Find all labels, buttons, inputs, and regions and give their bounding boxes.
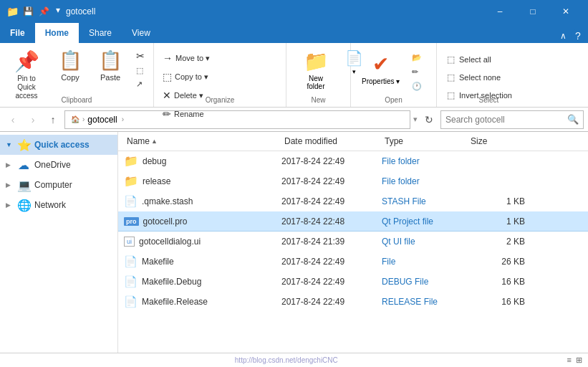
minimize-button[interactable]: – (483, 0, 516, 23)
select-group: ⬚ Select all ⬚ Select none ⬚ Invert sele… (437, 43, 541, 107)
sidebar: ▼ ⭐ Quick access ▶ ☁ OneDrive ▶ 💻 Comput… (0, 132, 118, 353)
title-controls: – □ ✕ (483, 0, 582, 23)
paste-icon: 📋 (99, 49, 122, 72)
new-folder-label: Newfolder (307, 75, 324, 90)
file-name: debug (143, 156, 166, 166)
file-name-cell: 📁 release (124, 174, 281, 188)
copy-button[interactable]: 📋 Copy (52, 46, 89, 85)
file-name-cell: ui gotocelldialog.ui (124, 237, 281, 247)
select-all-icon: ⬚ (447, 54, 455, 65)
new-folder-button[interactable]: 📁 Newfolder (291, 46, 341, 94)
type-header-label: Type (385, 136, 403, 146)
col-header-size[interactable]: Size (468, 135, 525, 148)
col-header-type[interactable]: Type (382, 135, 468, 148)
grid-view-button[interactable]: ⊞ (576, 356, 582, 365)
tab-home[interactable]: Home (35, 23, 79, 43)
file-date-cell: 2017-8-24 22:49 (281, 297, 382, 307)
table-row[interactable]: 📁 release 2017-8-24 22:49 File folder (118, 171, 588, 191)
table-row[interactable]: 📄 Makefile 2017-8-24 22:49 File 26 KB (118, 252, 588, 272)
quickaccess-label: Quick access (34, 140, 90, 150)
file-date-cell: 2017-8-24 22:49 (281, 277, 382, 287)
file-name: Makefile.Release (142, 297, 208, 307)
copy-path-button[interactable]: ⬚ (132, 65, 149, 77)
table-row[interactable]: ui gotocelldialog.ui 2017-8-24 21:39 Qt … (118, 232, 588, 252)
select-all-button[interactable]: ⬚ Select all (441, 52, 518, 67)
new-label: New (286, 96, 350, 104)
file-type-cell: DEBUG File (382, 277, 468, 287)
file-date-cell: 2017-8-24 22:49 (281, 156, 382, 166)
file-type-cell: File folder (382, 176, 468, 186)
open-button[interactable]: 📂 (408, 52, 426, 64)
copy-to-button[interactable]: ⬚ Copy to ▾ (158, 69, 214, 85)
title-dropdown-icon[interactable]: ▾ (56, 5, 60, 18)
col-header-date[interactable]: Date modified (281, 135, 382, 148)
file-name-cell: 📁 debug (124, 154, 281, 168)
col-header-name[interactable]: Name ▲ (124, 135, 281, 148)
cut-button[interactable]: ✂ (132, 49, 149, 63)
history-button[interactable]: 🕐 (408, 80, 426, 92)
status-bar: http://blog.csdn.net/dengchiCNC ≡ ⊞ (0, 353, 588, 367)
table-row[interactable]: 📄 Makefile.Release 2017-8-24 22:49 RELEA… (118, 292, 588, 312)
sidebar-item-quickaccess[interactable]: ▼ ⭐ Quick access (0, 135, 117, 155)
expand-icon-computer: ▶ (6, 181, 13, 189)
rename-button[interactable]: ✏ Rename (158, 106, 214, 122)
file-name: Makefile (142, 257, 174, 267)
close-button[interactable]: ✕ (549, 0, 582, 23)
save-icon: 💾 (21, 5, 34, 18)
sidebar-item-onedrive[interactable]: ▶ ☁ OneDrive (0, 155, 117, 175)
edit-button[interactable]: ✏ (408, 66, 426, 78)
open-icon: 📂 (412, 53, 422, 62)
network-label: Network (34, 200, 66, 210)
search-icon: 🔍 (567, 114, 579, 125)
tab-view[interactable]: View (122, 23, 160, 43)
tab-file[interactable]: File (0, 23, 35, 43)
organize-col1: → Move to ▾ ⬚ Copy to ▾ ✕ Delete ▾ ✏ Ren… (158, 46, 214, 122)
move-to-button[interactable]: → Move to ▾ (158, 50, 214, 66)
file-list: Name ▲ Date modified Type Size 📁 debug 2… (118, 132, 588, 353)
organize-group-content: → Move to ▾ ⬚ Copy to ▾ ✕ Delete ▾ ✏ Ren… (158, 46, 281, 133)
table-row[interactable]: 📄 Makefile.Debug 2017-8-24 22:49 DEBUG F… (118, 272, 588, 292)
search-input[interactable] (445, 115, 567, 125)
move-to-label: Move to ▾ (175, 54, 210, 63)
organize-label: Organize (154, 96, 286, 104)
file-name-cell: pro gotocell.pro (124, 216, 281, 227)
open-group: ✔ Properties ▾ 📂 ✏ 🕐 Open (351, 43, 437, 107)
file-type-cell: File folder (382, 156, 468, 166)
list-view-button[interactable]: ≡ (567, 356, 572, 365)
sidebar-item-computer[interactable]: ▶ 💻 Computer (0, 175, 117, 195)
ribbon-collapse-button[interactable]: ∧ (556, 31, 571, 41)
name-header-label: Name (127, 136, 150, 146)
tab-share[interactable]: Share (79, 23, 122, 43)
file-date-cell: 2017-8-24 22:49 (281, 196, 382, 206)
breadcrumb-separator: › (82, 115, 85, 123)
history-icon: 🕐 (412, 82, 422, 91)
table-row[interactable]: 📁 debug 2017-8-24 22:49 File folder (118, 151, 588, 171)
file-list-header: Name ▲ Date modified Type Size (118, 132, 588, 151)
paste-button[interactable]: 📋 Paste (92, 46, 129, 85)
properties-button[interactable]: ✔ Properties ▾ (355, 49, 406, 89)
shortcut-icon: ↗ (136, 80, 143, 89)
select-label: Select (437, 96, 541, 104)
sidebar-item-network[interactable]: ▶ 🌐 Network (0, 195, 117, 215)
file-name: release (143, 176, 170, 186)
shortcut-button[interactable]: ↗ (132, 78, 149, 90)
maximize-button[interactable]: □ (516, 0, 549, 23)
refresh-button[interactable]: ↻ (420, 111, 438, 128)
rename-label: Rename (174, 110, 204, 118)
address-dropdown-button[interactable]: ▾ (413, 115, 418, 124)
file-size-cell: 2 KB (468, 237, 525, 247)
computer-icon: 💻 (17, 178, 30, 192)
table-row[interactable]: 📄 .qmake.stash 2017-8-24 22:49 STASH Fil… (118, 191, 588, 211)
file-size-cell: 1 KB (468, 196, 525, 206)
onedrive-icon: ☁ (17, 158, 30, 172)
select-none-button[interactable]: ⬚ Select none (441, 70, 518, 85)
copy-to-label: Copy to ▾ (175, 72, 208, 82)
properties-label: Properties ▾ (362, 77, 400, 85)
file-name-cell: 📄 Makefile.Release (124, 295, 281, 308)
pin-to-quick-access-button[interactable]: 📌 Pin to Quickaccess (4, 46, 49, 104)
ui-icon: ui (124, 237, 135, 247)
help-button[interactable]: ? (571, 29, 585, 43)
home-icon: 🏠 (71, 115, 79, 123)
file-type-cell: Qt UI file (382, 237, 468, 247)
table-row[interactable]: pro gotocell.pro 2017-8-24 22:48 Qt Proj… (118, 211, 588, 232)
